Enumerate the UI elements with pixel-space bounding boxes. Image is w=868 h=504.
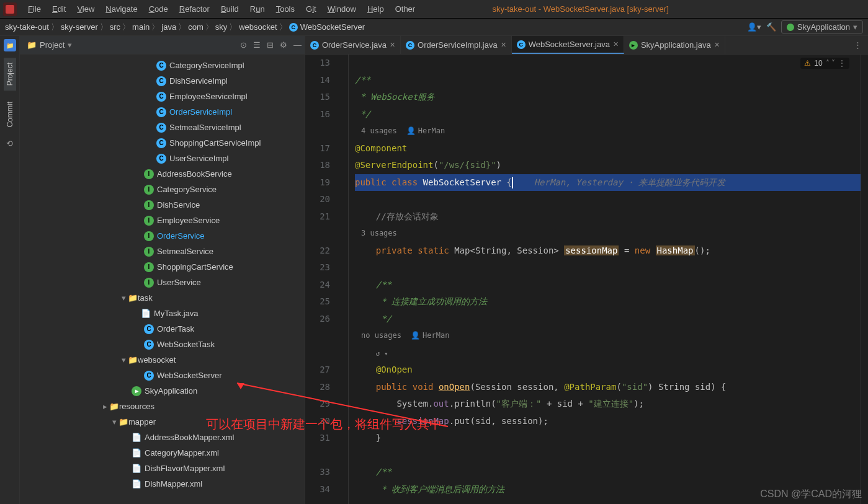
menu-window[interactable]: Window	[323, 2, 361, 15]
warnings-badge[interactable]: ⚠ 10 ˄ ˅ ⋮	[800, 58, 849, 69]
tree-item[interactable]: ▾📁 websocket	[20, 352, 305, 368]
menu-git[interactable]: Git	[301, 2, 321, 15]
fold-gutter[interactable]	[336, 55, 349, 504]
class-icon: C	[144, 324, 154, 334]
menu-run[interactable]: Run	[245, 2, 270, 15]
crumb-1[interactable]: sky-server	[61, 22, 98, 32]
class-icon: C	[310, 41, 319, 50]
tree-item[interactable]: 📄MyTask.java	[20, 306, 305, 321]
tree-item[interactable]: ▾📁 task	[20, 290, 305, 306]
tree-item[interactable]: CCategoryServiceImpl	[20, 58, 305, 73]
warning-icon: ⚠	[804, 59, 811, 68]
tree-item[interactable]: 📄AddressBookMapper.xml	[20, 430, 305, 445]
class-icon: C	[144, 340, 154, 350]
project-tool-icon[interactable]: 📁	[4, 39, 16, 51]
menu-code[interactable]: Code	[144, 2, 173, 15]
commit-tab[interactable]: Commit	[4, 97, 16, 132]
menu-file[interactable]: File	[23, 2, 46, 15]
folder-icon: 📁	[109, 402, 119, 411]
close-icon[interactable]: ✕	[390, 41, 395, 49]
svg-rect-0	[6, 5, 14, 14]
tree-item[interactable]: 📄DishMapper.xml	[20, 476, 305, 492]
menu-other[interactable]: Other	[390, 2, 421, 15]
tree-item[interactable]: IDishService	[20, 197, 305, 213]
menu-bar: File Edit View Navigate Code Refactor Bu…	[23, 2, 420, 15]
class-icon: C	[156, 76, 166, 86]
editor-tab[interactable]: COrderService.java✕	[305, 36, 401, 54]
tree-item[interactable]: IShoppingCartService	[20, 259, 305, 275]
interface-icon: I	[144, 247, 154, 257]
tree-item[interactable]: IUserService	[20, 275, 305, 290]
tree-item[interactable]: COrderTask	[20, 321, 305, 337]
crumb-6[interactable]: sky	[215, 22, 228, 32]
interface-icon: I	[144, 169, 154, 179]
xml-file-icon: 📄	[132, 464, 141, 473]
project-header[interactable]: 📁 Project ▾	[23, 39, 76, 51]
project-panel: 📁 Project ▾ ⊙ ☰ ⊟ ⚙ — CCategoryServiceIm…	[20, 36, 305, 504]
interface-icon: I	[144, 185, 154, 195]
tree-item[interactable]: 📄DishFlavorMapper.xml	[20, 461, 305, 476]
code-content[interactable]: /** * WebSocket服务 */4 usages👤HerMan@Comp…	[349, 55, 861, 504]
run-config-selector[interactable]: SkyApplication ▾	[781, 20, 863, 33]
hammer-icon[interactable]: 🔨	[766, 22, 776, 32]
menu-navigate[interactable]: Navigate	[101, 2, 142, 15]
tree-item[interactable]: IOrderService	[20, 228, 305, 244]
tree-item[interactable]: CShoppingCartServiceImpl	[20, 135, 305, 151]
title-bar: File Edit View Navigate Code Refactor Bu…	[0, 0, 868, 19]
menu-edit[interactable]: Edit	[47, 2, 71, 15]
tree-item[interactable]: ▸📁 resources	[20, 399, 305, 414]
crumb-2[interactable]: src	[110, 22, 120, 32]
interface-icon: I	[144, 216, 154, 226]
editor-area: COrderService.java✕COrderServiceImpl.jav…	[305, 36, 868, 504]
gutter[interactable]: 1314151617181920212223242526272829303133…	[305, 55, 336, 504]
user-icon[interactable]: 👤▾	[747, 22, 761, 32]
editor-tab[interactable]: CWebSocketServer.java✕	[512, 36, 624, 54]
editor-tab[interactable]: ▸SkyApplication.java✕	[624, 36, 725, 54]
tree-item[interactable]: CSetmealServiceImpl	[20, 120, 305, 135]
commit-icon[interactable]: ⟲	[6, 139, 13, 148]
tree-item[interactable]: CWebSocketTask	[20, 337, 305, 352]
class-icon: C	[517, 40, 526, 49]
close-icon[interactable]: ✕	[714, 41, 720, 49]
crumb-8[interactable]: CWebSocketServer	[289, 22, 365, 32]
select-opened-icon[interactable]: ⊙	[240, 40, 247, 50]
tree-item[interactable]: 📄CategoryMapper.xml	[20, 445, 305, 461]
tree-item[interactable]: IEmployeeService	[20, 213, 305, 228]
tree-item[interactable]: ▸SkyApplication	[20, 383, 305, 399]
tree-item[interactable]: CUserServiceImpl	[20, 151, 305, 166]
tree-item[interactable]: CDishServiceImpl	[20, 73, 305, 89]
tree-item[interactable]: ISetmealService	[20, 244, 305, 259]
menu-refactor[interactable]: Refactor	[174, 2, 215, 15]
expand-all-icon[interactable]: ☰	[253, 40, 261, 50]
menu-build[interactable]: Build	[216, 2, 244, 15]
menu-help[interactable]: Help	[362, 2, 389, 15]
class-icon: C	[156, 154, 166, 164]
menu-tools[interactable]: Tools	[271, 2, 300, 15]
error-stripe[interactable]	[861, 55, 868, 504]
run-icon: ▸	[629, 41, 638, 50]
close-icon[interactable]: ✕	[613, 40, 619, 48]
crumb-5[interactable]: com	[188, 22, 204, 32]
code-area[interactable]: 1314151617181920212223242526272829303133…	[305, 55, 868, 504]
tree-item[interactable]: ▾📁 mapper	[20, 414, 305, 430]
tree-item[interactable]: COrderServiceImpl	[20, 104, 305, 120]
crumb-7[interactable]: websocket	[239, 22, 277, 32]
project-tree[interactable]: CCategoryServiceImplCDishServiceImplCEmp…	[20, 55, 305, 504]
menu-view[interactable]: View	[72, 2, 99, 15]
collapse-all-icon[interactable]: ⊟	[267, 40, 274, 50]
tree-item[interactable]: CWebSocketServer	[20, 368, 305, 383]
tree-item[interactable]: IAddressBookService	[20, 166, 305, 182]
editor-tab[interactable]: COrderServiceImpl.java✕	[401, 36, 512, 54]
settings-icon[interactable]: ⚙	[280, 40, 287, 50]
tree-item[interactable]: CEmployeeServiceImpl	[20, 89, 305, 104]
more-tabs-icon[interactable]: ⋮	[848, 40, 868, 50]
crumb-3[interactable]: main	[132, 22, 150, 32]
crumb-4[interactable]: java	[161, 22, 176, 32]
tree-item[interactable]: ICategoryService	[20, 182, 305, 197]
close-icon[interactable]: ✕	[501, 41, 506, 49]
hide-icon[interactable]: —	[293, 40, 302, 50]
crumb-0[interactable]: sky-take-out	[5, 22, 49, 32]
folder-icon: 📁	[128, 355, 138, 365]
project-tab[interactable]: Project	[4, 58, 16, 91]
class-icon: C	[406, 41, 414, 50]
